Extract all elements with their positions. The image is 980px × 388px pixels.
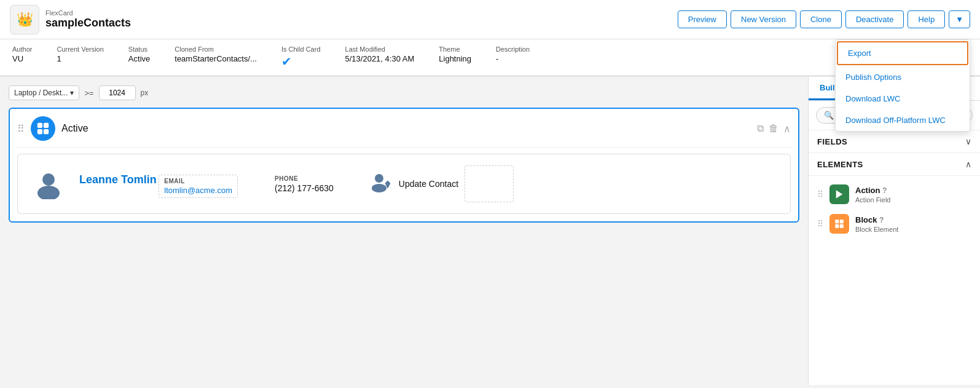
svg-rect-2 [37,129,42,134]
publish-options-menu-item[interactable]: Publish Options [836,66,970,88]
svg-point-7 [372,184,386,192]
contact-card: Leanne Tomlin EMAIL ltomlin@acme.com PHO… [17,154,791,214]
elements-collapse-icon[interactable]: ∧ [965,159,971,169]
version-label: Current Version [57,46,103,53]
email-box: EMAIL ltomlin@acme.com [159,175,238,198]
meta-author: Author VU [12,46,32,63]
meta-description: Description - [496,46,530,63]
device-selector[interactable]: Laptop / Deskt... ▾ [9,85,79,100]
action-element-text: Action ? Action Field [855,186,890,204]
preview-button[interactable]: Preview [678,10,727,28]
flexcard-logo: 👑 [10,5,39,34]
clone-button[interactable]: Clone [800,10,842,28]
action-drag-handle-icon: ⠿ [817,189,823,199]
card-status-icon [31,116,55,141]
svg-rect-8 [835,220,839,223]
card-header-actions: ⧉ 🗑 ∧ [757,123,791,135]
meta-version: Current Version 1 [57,46,103,63]
elements-list: ⠿ Action ? Action Field ⠿ Block ? Block … [809,176,980,242]
block-element-text: Block ? Block Element [855,215,898,233]
action-element-name: Action ? [855,186,890,195]
card-status-label: Active [61,123,751,134]
is-child-value: ✔ [281,54,321,69]
block-element-sub: Block Element [855,226,898,233]
phone-value: (212) 177-6630 [275,183,334,193]
elements-section-header: ELEMENTS ∧ [809,153,980,176]
svg-rect-3 [44,129,49,134]
drag-handle-icon[interactable]: ⠿ [17,123,25,135]
status-value: Active [128,54,150,63]
update-contact-icon [370,171,393,197]
block-drag-handle-icon: ⠿ [817,219,823,229]
meta-is-child: Is Child Card ✔ [281,46,321,69]
email-value: ltomlin@acme.com [164,186,232,195]
action-section: Update Contact [370,165,514,202]
chevron-down-icon: ▾ [70,89,74,97]
meta-cloned-from: Cloned From teamStarterContacts/... [174,46,257,63]
contact-avatar [30,168,67,199]
theme-value: Lightning [439,54,471,63]
download-lwc-menu-item[interactable]: Download LWC [836,88,970,109]
block-help-icon: ? [879,216,884,224]
svg-point-5 [37,186,60,199]
collapse-icon[interactable]: ∧ [783,123,791,135]
meta-last-modified: Last Modified 5/13/2021, 4:30 AM [345,46,415,63]
svg-rect-11 [840,224,844,228]
svg-rect-0 [37,123,42,128]
fields-collapse-icon[interactable]: ∨ [965,137,971,146]
element-action[interactable]: ⠿ Action ? Action Field [809,180,980,209]
deactivate-button[interactable]: Deactivate [845,10,904,28]
action-placeholder [465,165,514,202]
status-label: Status [128,46,150,53]
description-label: Description [496,46,530,53]
card-header: ⠿ Active ⧉ 🗑 ∧ [17,116,791,148]
description-value: - [496,54,530,63]
svg-point-4 [42,173,55,186]
action-element-icon [829,184,849,204]
export-menu-item[interactable]: Export [837,41,968,65]
element-block[interactable]: ⠿ Block ? Block Element [809,209,980,239]
cloned-from-value: teamStarterContacts/... [174,54,257,63]
logo-text: FlexCard sampleContacts [45,9,131,30]
card-container: ⠿ Active ⧉ 🗑 ∧ [9,108,799,223]
theme-label: Theme [439,46,471,53]
contact-row: Leanne Tomlin EMAIL ltomlin@acme.com PHO… [30,165,778,202]
cloned-from-label: Cloned From [174,46,257,53]
version-value: 1 [57,54,103,63]
delete-icon[interactable]: 🗑 [769,123,778,134]
update-contact-label: Update Contact [399,179,458,189]
svg-rect-9 [840,220,844,223]
card-name: sampleContacts [45,17,131,30]
author-value: VU [12,54,32,63]
last-modified-value: 5/13/2021, 4:30 AM [345,54,415,63]
is-child-label: Is Child Card [281,46,321,53]
search-icon: 🔍 [824,111,834,120]
dropdown-toggle-button[interactable]: ▼ [949,10,970,28]
fields-section-title: FIELDS [817,137,847,146]
px-input[interactable] [99,85,136,100]
download-off-platform-menu-item[interactable]: Download Off-Platform LWC [836,109,970,131]
action-element-sub: Action Field [855,196,890,204]
email-label: EMAIL [164,178,232,184]
last-modified-label: Last Modified [345,46,415,53]
copy-icon[interactable]: ⧉ [757,123,764,134]
contact-name: Leanne Tomlin [79,173,157,186]
contact-info: Leanne Tomlin EMAIL ltomlin@acme.com [79,170,238,198]
block-element-name: Block ? [855,215,898,224]
meta-bar: Author VU Current Version 1 Status Activ… [0,39,980,77]
dropdown-menu: Export Publish Options Download LWC Down… [835,39,970,132]
meta-status: Status Active [128,46,150,63]
new-version-button[interactable]: New Version [731,10,796,28]
elements-section-title: ELEMENTS [817,160,863,169]
meta-theme: Theme Lightning [439,46,471,63]
device-label: Laptop / Deskt... [14,89,68,97]
top-actions: Preview New Version Clone Deactivate Hel… [678,10,970,28]
operator-label: >= [84,89,93,98]
fields-section-header: FIELDS ∨ [809,130,980,153]
app-name: FlexCard [45,9,131,17]
phone-label: PHONE [275,175,334,182]
toolbar-bar: Laptop / Deskt... ▾ >= px [9,85,799,100]
svg-rect-10 [835,224,839,228]
help-button[interactable]: Help [907,10,945,28]
px-unit-label: px [141,89,149,97]
